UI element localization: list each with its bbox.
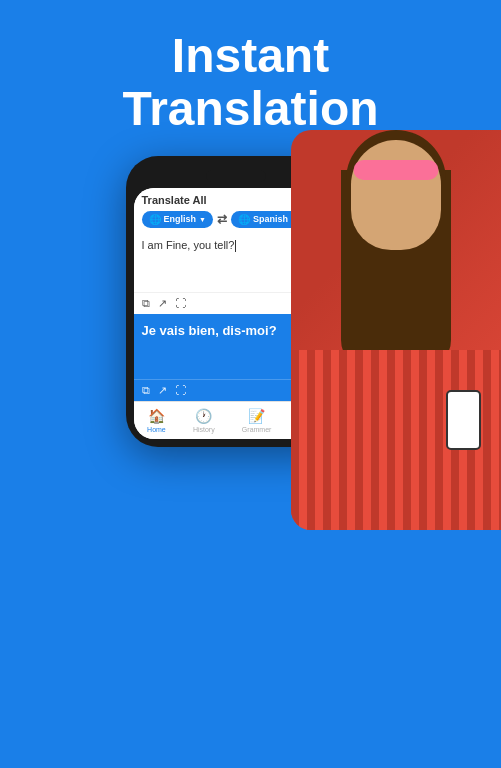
expand-translation-icon[interactable]: ⛶ xyxy=(175,384,186,396)
swap-languages-button[interactable]: ⇄ xyxy=(217,212,227,226)
header-title-line2: Translation xyxy=(20,83,481,136)
person-silhouette xyxy=(291,130,501,530)
expand-icon[interactable]: ⛶ xyxy=(175,297,186,309)
source-lang-chevron: ▼ xyxy=(199,216,206,223)
person-illustration xyxy=(291,130,501,530)
nav-grammer[interactable]: 📝 Grammer xyxy=(242,408,272,433)
input-text-content: I am Fine, you tell? xyxy=(142,239,235,251)
header: Instant Translation xyxy=(0,0,501,146)
share-icon[interactable]: ↗ xyxy=(158,297,167,310)
source-lang-button[interactable]: 🌐 English ▼ xyxy=(142,211,213,228)
copy-icon[interactable]: ⧉ xyxy=(142,297,150,310)
copy-translation-icon[interactable]: ⧉ xyxy=(142,384,150,397)
history-icon: 🕐 xyxy=(195,408,212,424)
nav-history[interactable]: 🕐 History xyxy=(193,408,215,433)
phone-notch xyxy=(206,170,266,182)
source-flag: 🌐 xyxy=(149,214,161,225)
held-phone xyxy=(446,390,481,450)
sunglasses xyxy=(354,160,439,180)
header-title: Instant Translation xyxy=(20,30,481,136)
share-translation-icon[interactable]: ↗ xyxy=(158,384,167,397)
face xyxy=(351,140,441,250)
history-nav-label: History xyxy=(193,426,215,433)
header-title-line1: Instant xyxy=(20,30,481,83)
home-icon: 🏠 xyxy=(148,408,165,424)
source-lang-label: English xyxy=(164,214,197,224)
home-nav-label: Home xyxy=(147,426,166,433)
target-flag: 🌐 xyxy=(238,214,250,225)
nav-home[interactable]: 🏠 Home xyxy=(147,408,166,433)
target-lang-label: Spanish xyxy=(253,214,288,224)
text-cursor xyxy=(235,240,236,252)
grammer-icon: 📝 xyxy=(248,408,265,424)
grammer-nav-label: Grammer xyxy=(242,426,272,433)
